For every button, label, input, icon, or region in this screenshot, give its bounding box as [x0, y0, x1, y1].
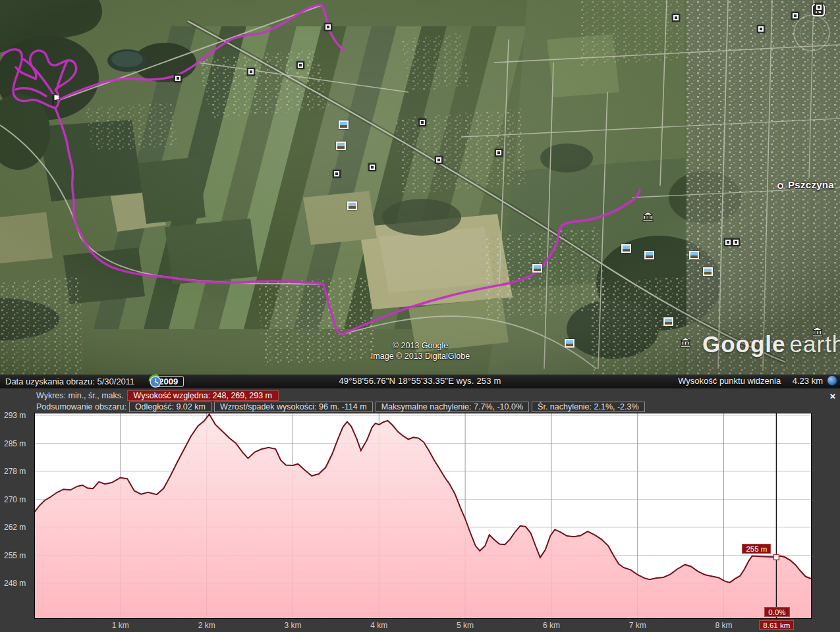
y-axis-tick-label: 270 m — [4, 495, 34, 504]
museum-icon[interactable] — [642, 212, 654, 224]
photo-icon[interactable] — [644, 251, 654, 259]
x-axis-tick-label: 5 km — [445, 621, 485, 630]
marker-icon[interactable] — [333, 170, 341, 178]
elevation-profile-panel: Wykres: min., śr., maks. Wysokość względ… — [0, 388, 840, 632]
x-axis-tick-label: 2 km — [187, 621, 227, 630]
copyright-google: © 2013 Google — [289, 341, 552, 350]
area-summary-label: Podsumowanie obszaru: — [36, 402, 126, 411]
x-axis-tick-label: 7 km — [618, 621, 658, 630]
eye-altitude-icon — [827, 375, 837, 386]
marker-icon[interactable] — [791, 12, 799, 20]
elevation-chart-plot[interactable] — [34, 413, 812, 619]
view-altitude-value: 4.23 km — [793, 376, 823, 386]
marker-distance-label: 8.61 km — [759, 620, 794, 630]
museum-icon[interactable] — [680, 338, 691, 350]
stat-gain-loss: Wzrost/spadek wysokości: 96 m. -114 m — [214, 402, 373, 412]
marker-icon[interactable] — [247, 68, 255, 76]
y-axis-tick-label: 255 m — [4, 551, 34, 560]
status-bar: Data uzyskania obrazu: 5/30/2011 2009 49… — [0, 374, 840, 388]
y-axis-tick-label: 262 m — [4, 523, 34, 532]
close-icon[interactable]: × — [827, 391, 838, 402]
photo-icon[interactable] — [532, 264, 542, 273]
photo-icon[interactable] — [565, 339, 574, 348]
marker-icon[interactable] — [724, 238, 732, 246]
view-altitude-label: Wysokość punktu widzenia — [678, 376, 781, 386]
relative-height-stat: Wysokość względna: 248, 269, 293 m — [127, 390, 279, 401]
marker-icon[interactable] — [757, 25, 765, 33]
photo-icon[interactable] — [339, 120, 349, 129]
x-axis: 1 km2 km3 km4 km5 km6 km7 km8 km8.61 km — [0, 619, 840, 632]
photo-icon[interactable] — [621, 244, 631, 253]
museum-icon[interactable] — [812, 327, 823, 340]
marker-icon[interactable] — [324, 23, 332, 31]
y-axis-tick-label: 293 m — [4, 411, 34, 420]
marker-slope-label: 0.0% — [764, 607, 789, 617]
town-label: Pszczyna — [788, 179, 834, 190]
y-axis-tick-label: 278 m — [4, 467, 34, 476]
x-axis-tick-label: 8 km — [704, 621, 744, 630]
satellite-imagery — [0, 0, 840, 375]
marker-icon[interactable] — [296, 61, 304, 69]
marker-icon[interactable] — [495, 149, 503, 157]
stat-max-slope: Maksymalne nachylenie: 7.7%, -10.0% — [376, 402, 529, 412]
marker-icon[interactable] — [672, 14, 680, 22]
x-axis-tick-label: 4 km — [359, 621, 399, 630]
chart-legend-label: Wykres: min., śr., maks. — [36, 391, 124, 400]
marker-elevation-label: 255 m — [742, 544, 771, 554]
x-axis-tick-label: 6 km — [532, 621, 571, 630]
marker-icon[interactable] — [174, 74, 182, 82]
photo-icon[interactable] — [336, 142, 346, 150]
y-axis-tick-label: 248 m — [4, 579, 34, 588]
x-axis-tick-label: 1 km — [101, 621, 140, 630]
marker-icon[interactable] — [815, 3, 823, 11]
y-axis-tick-label: 285 m — [4, 439, 34, 448]
x-axis-tick-label: 3 km — [273, 621, 312, 630]
photo-icon[interactable] — [689, 251, 699, 259]
marker-icon[interactable] — [368, 163, 376, 171]
satellite-map-view[interactable]: Pszczyna © 2013 Google Image © 2013 Digi… — [0, 0, 840, 375]
flag-icon[interactable] — [51, 93, 61, 108]
y-axis: 293 m285 m278 m270 m262 m255 m248 m — [0, 413, 34, 619]
town-dot — [777, 183, 783, 189]
navigation-ring-inner — [800, 21, 824, 45]
copyright-digitalglobe: Image © 2013 DigitalGlobe — [289, 352, 552, 361]
stat-distance: Odległość: 9.02 km — [129, 402, 211, 412]
watermark-google: Google — [702, 331, 786, 357]
stat-avg-slope: Śr. nachylenie: 2.1%, -2.3% — [532, 402, 645, 412]
photo-icon[interactable] — [347, 201, 357, 210]
marker-icon[interactable] — [418, 118, 426, 126]
photo-icon[interactable] — [663, 317, 673, 326]
marker-icon[interactable] — [435, 156, 443, 164]
photo-icon[interactable] — [703, 267, 713, 276]
marker-icon[interactable] — [732, 238, 740, 246]
google-earth-window: Pszczyna © 2013 Google Image © 2013 Digi… — [0, 0, 840, 632]
